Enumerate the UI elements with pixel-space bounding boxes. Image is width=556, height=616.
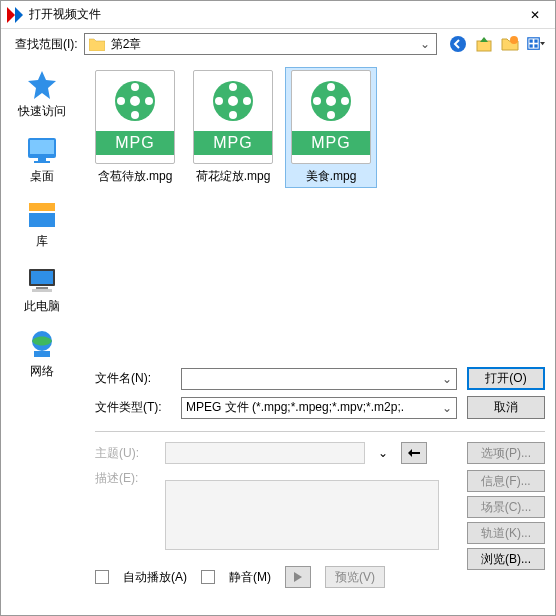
svg-marker-1: [15, 7, 23, 23]
sidebar-item-label: 桌面: [30, 168, 54, 185]
file-thumbnail: MPG: [95, 70, 175, 164]
close-icon: ✕: [530, 8, 540, 22]
filetype-label: 文件类型(T):: [95, 399, 171, 416]
lookin-value: 第2章: [111, 36, 418, 53]
file-item[interactable]: MPG 美食.mpg: [285, 67, 377, 188]
file-item[interactable]: MPG 荷花绽放.mpg: [187, 67, 279, 188]
file-ext-badge: MPG: [96, 131, 174, 155]
video-reel-icon: [113, 79, 157, 123]
sidebar-item-thispc[interactable]: 此电脑: [7, 260, 77, 319]
sidebar-item-quickaccess[interactable]: 快速访问: [7, 65, 77, 124]
svg-rect-12: [38, 158, 46, 161]
file-thumbnail: MPG: [193, 70, 273, 164]
file-list[interactable]: MPG 含苞待放.mpg MPG 荷花绽放.mpg MPG 美食.mpg: [83, 59, 555, 359]
sidebar-item-label: 此电脑: [24, 298, 60, 315]
file-ext-badge: MPG: [194, 131, 272, 155]
svg-rect-21: [34, 351, 50, 357]
mute-label: 静音(M): [229, 569, 271, 586]
folder-icon: [89, 37, 105, 51]
view-menu-button[interactable]: [527, 35, 545, 53]
cancel-button[interactable]: 取消: [467, 396, 545, 419]
svg-rect-9: [534, 44, 537, 47]
svg-point-38: [313, 97, 321, 105]
toolbar: 查找范围(I): 第2章 ⌄: [1, 29, 555, 59]
svg-rect-11: [30, 140, 54, 154]
svg-rect-14: [29, 203, 55, 211]
return-button[interactable]: [401, 442, 427, 464]
svg-rect-19: [32, 289, 52, 292]
window-title: 打开视频文件: [29, 6, 515, 23]
svg-rect-15: [29, 213, 55, 227]
video-reel-icon: [211, 79, 255, 123]
svg-point-31: [229, 111, 237, 119]
svg-point-24: [131, 83, 139, 91]
video-reel-icon: [309, 79, 353, 123]
svg-point-30: [229, 83, 237, 91]
divider: [95, 431, 545, 432]
autoplay-label: 自动播放(A): [123, 569, 187, 586]
sidebar-item-label: 快速访问: [18, 103, 66, 120]
sidebar-item-network[interactable]: 网络: [7, 325, 77, 384]
options-button[interactable]: 选项(P)...: [467, 442, 545, 464]
desktop-icon: [26, 134, 58, 166]
file-ext-badge: MPG: [292, 131, 370, 155]
autoplay-checkbox[interactable]: [95, 570, 109, 584]
chevron-down-icon: ⌄: [442, 372, 452, 386]
filename-label: 文件名(N):: [95, 370, 171, 387]
subject-input: [165, 442, 365, 464]
libraries-icon: [26, 199, 58, 231]
file-item[interactable]: MPG 含苞待放.mpg: [89, 67, 181, 188]
svg-rect-8: [529, 44, 532, 47]
svg-point-33: [243, 97, 251, 105]
desc-textarea: [165, 480, 439, 550]
chevron-down-icon: ⌄: [418, 37, 432, 51]
svg-point-37: [327, 111, 335, 119]
svg-point-35: [326, 96, 336, 106]
svg-point-23: [130, 96, 140, 106]
svg-point-36: [327, 83, 335, 91]
subject-dropdown-button: ⌄: [375, 443, 391, 463]
svg-point-4: [510, 36, 518, 44]
svg-rect-18: [36, 287, 48, 289]
mute-checkbox[interactable]: [201, 570, 215, 584]
chevron-down-icon: ⌄: [442, 401, 452, 415]
svg-point-27: [145, 97, 153, 105]
preview-button[interactable]: 预览(V): [325, 566, 385, 588]
file-name: 荷花绽放.mpg: [196, 168, 271, 185]
up-button[interactable]: [475, 35, 493, 53]
svg-rect-7: [534, 39, 537, 42]
svg-point-29: [228, 96, 238, 106]
subject-label: 主题(U):: [95, 445, 155, 462]
svg-marker-0: [7, 7, 15, 23]
play-button[interactable]: [285, 566, 311, 588]
network-icon: [26, 329, 58, 361]
lookin-combo[interactable]: 第2章 ⌄: [84, 33, 437, 55]
titlebar: 打开视频文件 ✕: [1, 1, 555, 29]
open-button[interactable]: 打开(O): [467, 367, 545, 390]
svg-rect-6: [529, 39, 532, 42]
file-name: 美食.mpg: [306, 168, 357, 185]
filetype-select[interactable]: MPEG 文件 (*.mpg;*.mpeg;*.mpv;*.m2p;.⌄: [181, 397, 457, 419]
sidebar-item-desktop[interactable]: 桌面: [7, 130, 77, 189]
close-button[interactable]: ✕: [515, 1, 555, 28]
sidebar-item-label: 网络: [30, 363, 54, 380]
lookin-label: 查找范围(I):: [15, 36, 78, 53]
svg-point-39: [341, 97, 349, 105]
app-logo-icon: [7, 7, 23, 23]
star-icon: [26, 69, 58, 101]
svg-point-2: [450, 36, 466, 52]
file-name: 含苞待放.mpg: [98, 168, 173, 185]
file-thumbnail: MPG: [291, 70, 371, 164]
svg-rect-3: [477, 41, 491, 51]
computer-icon: [26, 264, 58, 296]
places-sidebar: 快速访问 桌面 库 此电脑 网络: [1, 59, 83, 359]
sidebar-item-libraries[interactable]: 库: [7, 195, 77, 254]
back-button[interactable]: [449, 35, 467, 53]
filename-input[interactable]: ⌄: [181, 368, 457, 390]
svg-point-32: [215, 97, 223, 105]
svg-rect-13: [34, 161, 50, 163]
new-folder-button[interactable]: [501, 35, 519, 53]
svg-point-25: [131, 111, 139, 119]
svg-point-26: [117, 97, 125, 105]
svg-rect-17: [31, 271, 53, 284]
